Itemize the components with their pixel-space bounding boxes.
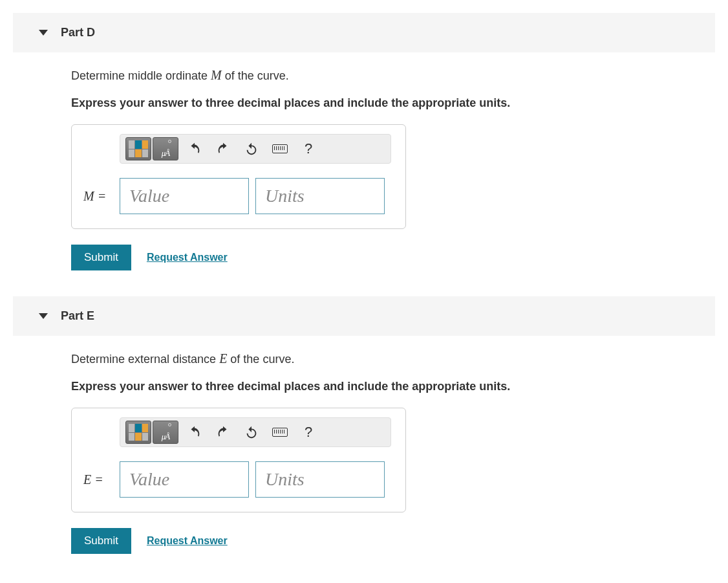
fraction-template-button[interactable] xyxy=(125,421,151,444)
prompt-prefix: Determine external distance xyxy=(71,353,219,366)
keyboard-icon xyxy=(272,144,288,153)
prompt-prefix: Determine middle ordinate xyxy=(71,69,211,82)
toolbar-format-group: μÅ xyxy=(125,137,178,160)
submit-button[interactable]: Submit xyxy=(71,528,131,554)
caret-down-icon xyxy=(39,30,48,36)
redo-button[interactable] xyxy=(211,137,235,160)
keyboard-button[interactable] xyxy=(268,137,292,160)
value-input[interactable] xyxy=(120,178,249,214)
units-input[interactable] xyxy=(255,178,385,214)
redo-icon xyxy=(216,425,230,439)
keyboard-icon xyxy=(272,428,288,437)
action-row: Submit Request Answer xyxy=(71,528,696,554)
help-button[interactable]: ? xyxy=(296,137,321,160)
request-answer-link[interactable]: Request Answer xyxy=(147,252,228,263)
units-picker-button[interactable]: μÅ xyxy=(153,421,178,444)
variable-label: M = xyxy=(83,189,113,204)
units-symbol: μÅ xyxy=(162,148,169,159)
answer-toolbar: μÅ ? xyxy=(120,134,391,164)
units-symbol: μÅ xyxy=(162,432,169,442)
redo-icon xyxy=(216,142,230,156)
answer-panel: μÅ ? E = xyxy=(71,408,406,512)
part-body: Determine middle ordinate M of the curve… xyxy=(13,65,715,290)
undo-button[interactable] xyxy=(182,137,207,160)
undo-icon xyxy=(187,425,202,439)
question-prompt: Determine external distance E of the cur… xyxy=(71,349,696,368)
variable-label: E = xyxy=(83,472,113,487)
units-picker-button[interactable]: μÅ xyxy=(153,137,178,160)
request-answer-link[interactable]: Request Answer xyxy=(147,535,228,547)
undo-button[interactable] xyxy=(182,421,207,444)
part-section: Part D Determine middle ordinate M of th… xyxy=(13,13,715,290)
part-title: Part E xyxy=(61,309,94,323)
reset-button[interactable] xyxy=(239,421,264,444)
redo-button[interactable] xyxy=(211,421,235,444)
prompt-suffix: of the curve. xyxy=(222,69,289,82)
fraction-template-button[interactable] xyxy=(125,137,151,160)
part-header[interactable]: Part E xyxy=(13,296,715,336)
prompt-suffix: of the curve. xyxy=(227,353,294,366)
part-header[interactable]: Part D xyxy=(13,13,715,52)
prompt-var: E xyxy=(219,351,227,366)
submit-button[interactable]: Submit xyxy=(71,245,131,270)
keyboard-button[interactable] xyxy=(268,421,292,444)
caret-down-icon xyxy=(39,313,48,319)
undo-icon xyxy=(187,142,202,156)
part-title: Part D xyxy=(61,26,95,39)
prompt-var: M xyxy=(211,68,222,82)
value-input[interactable] xyxy=(120,461,249,498)
reset-icon xyxy=(244,425,259,439)
reset-button[interactable] xyxy=(239,137,264,160)
units-input[interactable] xyxy=(255,461,385,498)
toolbar-format-group: μÅ xyxy=(125,421,178,444)
answer-input-row: E = xyxy=(83,461,394,498)
answer-input-row: M = xyxy=(83,178,394,214)
help-button[interactable]: ? xyxy=(296,421,321,444)
part-section: Part E Determine external distance E of … xyxy=(13,296,715,573)
answer-toolbar: μÅ ? xyxy=(120,417,391,447)
action-row: Submit Request Answer xyxy=(71,245,696,270)
answer-panel: μÅ ? M = xyxy=(71,124,406,229)
question-instruction: Express your answer to three decimal pla… xyxy=(71,96,696,110)
question-instruction: Express your answer to three decimal pla… xyxy=(71,380,696,393)
question-prompt: Determine middle ordinate M of the curve… xyxy=(71,65,696,85)
reset-icon xyxy=(244,142,259,156)
part-body: Determine external distance E of the cur… xyxy=(13,349,715,573)
